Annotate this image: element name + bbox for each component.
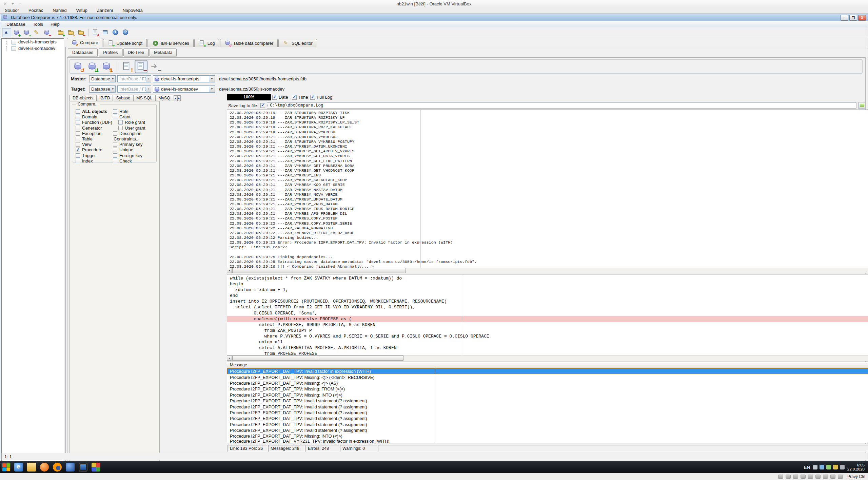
antivirus-icon[interactable] [826, 465, 831, 469]
audio-icon[interactable] [793, 475, 798, 479]
ie-icon[interactable] [14, 463, 23, 472]
explorer-icon[interactable] [27, 463, 36, 472]
app-menu-help[interactable]: Help [47, 21, 63, 27]
target-kind-combo[interactable]: Database ▼ [89, 85, 116, 93]
chevron-down-icon[interactable]: ▼ [209, 86, 215, 92]
app-menu-database[interactable]: Database [3, 21, 28, 27]
optical-disk-icon[interactable] [786, 475, 791, 479]
subtab-databases[interactable]: Databases [68, 49, 98, 56]
compare-load-button[interactable]: ⇅ [100, 60, 113, 73]
checkbox[interactable] [118, 126, 123, 130]
checkbox[interactable] [113, 148, 117, 152]
vbox-menu-vstup[interactable]: Vstup [76, 8, 87, 13]
connect-button[interactable] [2, 28, 11, 37]
checkbox[interactable] [76, 148, 80, 152]
info-button[interactable]: i [111, 28, 120, 37]
compare-option-grant[interactable]: Grant [113, 115, 145, 119]
edit-button[interactable] [32, 28, 42, 37]
vbox-menu-počítač[interactable]: Počítač [28, 8, 43, 13]
message-row[interactable]: Procedure I2FP_EXPORT_DAT_TPV: Invalid s… [227, 422, 868, 427]
register-database-button[interactable]: » [22, 28, 32, 37]
display-icon[interactable] [79, 463, 87, 472]
compare-option-primary-key[interactable]: Primary key [113, 142, 145, 147]
compare-option-generator[interactable]: Generator [76, 126, 112, 130]
scrollbar-thumb[interactable] [232, 268, 406, 273]
checkbox[interactable] [76, 109, 80, 114]
checkbox[interactable] [76, 159, 80, 163]
shared-folders-icon[interactable] [815, 475, 821, 479]
message-list[interactable]: Message Procedure I2FP_EXPORT_DAT_TPV: I… [227, 362, 868, 443]
compare-option-all-objects[interactable]: ALL objects [76, 109, 112, 114]
target-alias-combo[interactable]: devel-is-somaodev ▼ [153, 85, 215, 93]
log-option-full-log[interactable]: Full Log [310, 95, 332, 100]
checkbox[interactable] [113, 142, 117, 147]
vbox-menu-soubor[interactable]: Soubor [5, 8, 19, 13]
checkbox[interactable] [113, 159, 117, 163]
save-log-path-field[interactable]: C:\tmp\dbcCompare.Log [267, 102, 856, 109]
delete-script-button[interactable]: ✗ [91, 28, 100, 37]
objects-tab-sybase[interactable]: Sybase [113, 95, 133, 101]
compare-option-role[interactable]: Role [113, 109, 145, 114]
checkbox[interactable] [310, 95, 315, 100]
wm-close-icon[interactable]: ✕ [3, 1, 7, 6]
tab-sql-editor[interactable]: SQL editor [278, 39, 317, 47]
add-folder-button[interactable]: + [56, 28, 66, 37]
scrollbar-thumb[interactable] [232, 356, 403, 361]
close-button[interactable]: X [858, 15, 866, 21]
tree-item-devel-is-somaodev[interactable]: devel-is-somaodev [2, 45, 64, 52]
tree-item-devel-is-fromscripts[interactable]: devel-is-fromscripts [2, 39, 64, 45]
chevron-down-icon[interactable]: ▼ [110, 86, 115, 92]
message-row[interactable]: Procedure I2FP_EXPORT_DAT_TPV: Missing: … [227, 392, 868, 398]
compare-option-index[interactable]: Index [76, 159, 112, 163]
log-option-time[interactable]: Time [292, 95, 308, 100]
scroll-tabs-right-icon[interactable]: ► [177, 95, 181, 101]
network-icon[interactable] [801, 475, 806, 479]
messenger-icon[interactable] [66, 463, 75, 472]
edit-folder-button[interactable]: ✎ [66, 28, 76, 37]
message-column-divider[interactable] [435, 368, 435, 443]
compare-option-table[interactable]: Table [76, 137, 112, 141]
keyboard-icon[interactable] [813, 465, 817, 469]
scroll-tabs-left-icon[interactable]: ◄ [174, 95, 177, 101]
checkbox[interactable] [76, 120, 80, 124]
vbox-menu-nápověda[interactable]: Nápověda [122, 8, 142, 13]
checkbox[interactable] [76, 142, 80, 147]
scroll-left-icon[interactable]: ◄ [227, 356, 232, 361]
message-row[interactable]: Procedure I2FP_EXPORT_DAT_TPV: Missing: … [227, 433, 868, 439]
database-tree-panel[interactable]: devel-is-fromscriptsdevel-is-somaodev [1, 38, 64, 465]
hard-disk-icon[interactable] [778, 475, 783, 479]
message-row[interactable]: Procedure I2FP_EXPORT_DAT_TPV: Invalid s… [227, 398, 868, 404]
start-button[interactable] [1, 462, 11, 472]
window-button[interactable] [101, 28, 110, 37]
message-row[interactable]: Procedure I2FP_EXPORT_DAT_TPV: Missing: … [227, 380, 868, 386]
objects-tab-ms-sql[interactable]: MS SQL [133, 95, 155, 101]
browse-log-file-button[interactable] [859, 102, 865, 109]
paint-icon[interactable] [92, 463, 100, 472]
log-output[interactable]: 22.08.2020 05:29:19 ---ZAR_STRUKTURA_ROZ… [227, 110, 868, 268]
maximize-button[interactable]: ❐ [849, 15, 857, 21]
tree-item-checkbox[interactable] [12, 46, 16, 51]
checkbox[interactable] [76, 126, 80, 130]
objects-tab-ib-fb[interactable]: IB/FB [96, 95, 113, 101]
vbox-menu-náhled[interactable]: Náhled [53, 8, 66, 13]
add-database-button[interactable]: + [12, 28, 21, 37]
checkbox[interactable] [292, 95, 297, 100]
compare-option-procedure[interactable]: Procedure [76, 148, 112, 152]
tree-item-checkbox[interactable] [12, 40, 16, 44]
video-capture-icon[interactable] [830, 475, 835, 479]
compare-option-unique[interactable]: Unique [113, 148, 145, 152]
objects-tab-mysq[interactable]: MySQ [155, 95, 173, 101]
usb-icon[interactable] [808, 475, 813, 479]
compare-option-description[interactable]: Description [113, 131, 145, 136]
tab-compare[interactable]: ↺Compare [67, 38, 102, 47]
remove-folder-button[interactable]: − [77, 28, 86, 37]
compare-option-foreign-key[interactable]: Foreign key [113, 153, 145, 158]
tab-log[interactable]: ≡Log [194, 39, 219, 47]
usb-icon[interactable] [820, 465, 824, 469]
clock[interactable]: 6:05 22.8.2020 [847, 463, 865, 471]
warnings-button[interactable]: ! [120, 60, 133, 73]
subtab-profiles[interactable]: Profiles [99, 49, 122, 56]
compare-option-trigger[interactable]: Trigger [76, 153, 112, 158]
objects-tab-db-objects[interactable]: DB-objects [70, 95, 96, 101]
checkbox[interactable] [272, 95, 277, 100]
